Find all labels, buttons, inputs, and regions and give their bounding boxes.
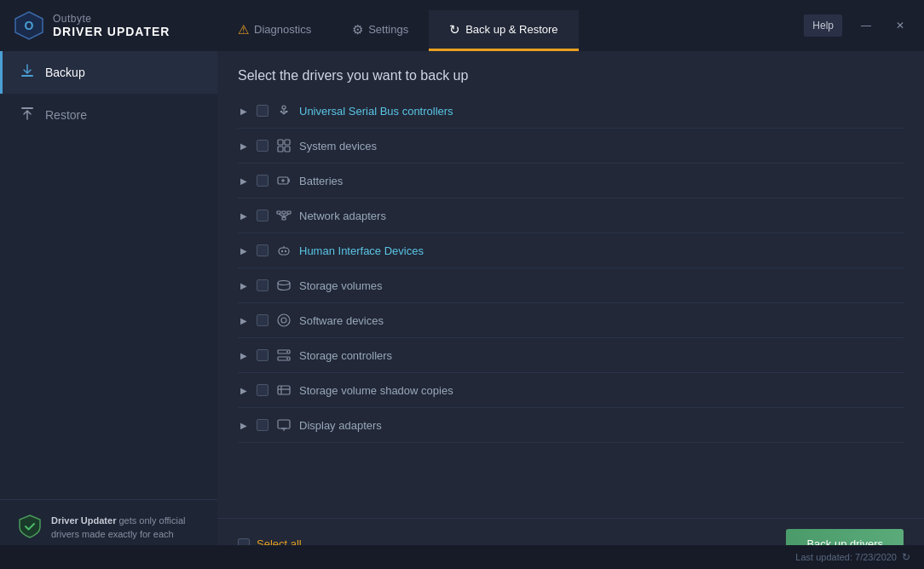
- chevron-icon[interactable]: ▶: [238, 384, 250, 396]
- driver-list[interactable]: ▶ Universal Serial Bus controllers ▶ Sys…: [217, 94, 924, 518]
- storage-ctrl-icon: [275, 347, 292, 364]
- shield-icon: [17, 514, 43, 539]
- driver-item-usb[interactable]: ▶ Universal Serial Bus controllers: [238, 94, 904, 129]
- chevron-icon[interactable]: ▶: [238, 349, 250, 361]
- item-checkbox[interactable]: [257, 349, 269, 361]
- driver-item-batteries[interactable]: ▶ Batteries: [238, 164, 904, 198]
- svg-rect-20: [282, 211, 286, 214]
- item-checkbox[interactable]: [257, 244, 269, 256]
- chevron-icon[interactable]: ▶: [238, 279, 250, 291]
- driver-item-system[interactable]: ▶ System devices: [238, 129, 904, 164]
- item-checkbox[interactable]: [257, 175, 269, 187]
- item-checkbox[interactable]: [257, 384, 269, 396]
- window-controls: Help — ✕: [804, 12, 924, 39]
- status-bar: Last updated: 7/23/2020 ↻: [0, 545, 924, 569]
- tab-settings-label: Settings: [368, 23, 408, 36]
- svg-rect-3: [21, 107, 33, 109]
- item-checkbox[interactable]: [257, 314, 269, 326]
- svg-line-24: [279, 214, 284, 217]
- svg-rect-9: [286, 111, 288, 112]
- svg-rect-21: [287, 211, 291, 214]
- driver-item-software[interactable]: ▶ Software devices: [238, 303, 904, 338]
- item-label: Storage volumes: [299, 279, 383, 292]
- tab-settings[interactable]: ⚙ Settings: [332, 10, 429, 51]
- backup-sidebar-icon: [20, 63, 35, 82]
- driver-item-storage-vol[interactable]: ▶ Storage volumes: [238, 268, 904, 303]
- chevron-icon[interactable]: ▶: [238, 244, 250, 256]
- help-button[interactable]: Help: [804, 14, 842, 37]
- item-checkbox[interactable]: [257, 210, 269, 221]
- minimize-button[interactable]: —: [849, 12, 883, 39]
- item-label: Storage volume shadow copies: [299, 384, 453, 397]
- svg-rect-10: [278, 140, 283, 145]
- software-icon: [275, 312, 292, 329]
- content-area: Select the drivers you want to back up ▶…: [217, 51, 924, 569]
- svg-rect-2: [21, 75, 33, 77]
- title-bar: O Outbyte DRIVER UPDATER ⚠ Diagnostics ⚙…: [0, 0, 924, 51]
- content-title: Select the drivers you want to back up: [238, 68, 904, 83]
- svg-point-32: [281, 318, 286, 323]
- sidebar-item-restore[interactable]: Restore: [0, 94, 217, 136]
- storage-vol-icon: [275, 277, 292, 294]
- driver-item-hid[interactable]: ▶ Human Interface Devices: [238, 233, 904, 268]
- nav-tabs: ⚠ Diagnostics ⚙ Settings ↻ Back up & Res…: [217, 0, 804, 51]
- svg-point-35: [286, 351, 288, 353]
- app-logo-icon: O: [14, 10, 44, 41]
- svg-point-27: [281, 250, 283, 252]
- backup-restore-icon: ↻: [449, 22, 460, 37]
- settings-icon: ⚙: [352, 22, 363, 37]
- svg-rect-19: [277, 211, 280, 214]
- driver-item-shadow[interactable]: ▶ Storage volume shadow copies: [238, 373, 904, 408]
- app-name-top: Outbyte: [53, 13, 170, 25]
- driver-item-display[interactable]: ▶ Display adapters: [238, 408, 904, 443]
- svg-point-8: [280, 111, 282, 112]
- item-label: System devices: [299, 140, 377, 152]
- item-checkbox[interactable]: [257, 419, 269, 431]
- item-label: Software devices: [299, 314, 384, 327]
- svg-point-31: [278, 314, 290, 326]
- app-logo: O Outbyte DRIVER UPDATER: [0, 0, 217, 51]
- hid-icon: [275, 242, 292, 259]
- chevron-icon[interactable]: ▶: [238, 419, 250, 431]
- chevron-icon[interactable]: ▶: [238, 210, 250, 221]
- item-label: Storage controllers: [299, 349, 392, 362]
- close-button[interactable]: ✕: [883, 12, 917, 39]
- svg-point-4: [282, 106, 286, 109]
- app-name: Outbyte DRIVER UPDATER: [53, 13, 170, 38]
- refresh-icon: ↻: [902, 551, 910, 563]
- tab-backup-restore-label: Back up & Restore: [465, 23, 557, 36]
- tab-diagnostics-label: Diagnostics: [254, 23, 311, 36]
- chevron-icon[interactable]: ▶: [238, 105, 250, 117]
- svg-rect-12: [278, 147, 283, 152]
- item-label: Universal Serial Bus controllers: [299, 105, 453, 118]
- tab-diagnostics[interactable]: ⚠ Diagnostics: [217, 10, 332, 51]
- sidebar: Backup Restore Driver Updater gets only …: [0, 51, 217, 569]
- network-icon: [275, 207, 292, 224]
- svg-rect-13: [285, 147, 290, 152]
- svg-point-36: [286, 358, 288, 359]
- item-checkbox[interactable]: [257, 105, 269, 117]
- item-checkbox[interactable]: [257, 279, 269, 291]
- status-text: Last updated: 7/23/2020: [795, 552, 897, 562]
- svg-rect-11: [285, 140, 290, 145]
- driver-item-storage-ctrl[interactable]: ▶ Storage controllers: [238, 338, 904, 373]
- system-icon: [275, 137, 292, 154]
- app-name-bottom: DRIVER UPDATER: [53, 25, 170, 38]
- svg-rect-26: [279, 248, 289, 255]
- display-icon: [275, 417, 292, 434]
- svg-rect-22: [282, 217, 286, 220]
- svg-point-28: [285, 250, 286, 252]
- chevron-icon[interactable]: ▶: [238, 175, 250, 187]
- content-header: Select the drivers you want to back up: [217, 51, 924, 94]
- item-checkbox[interactable]: [257, 140, 269, 152]
- item-label: Network adapters: [299, 210, 386, 222]
- item-label: Human Interface Devices: [299, 244, 424, 257]
- shadow-icon: [275, 382, 292, 399]
- chevron-icon[interactable]: ▶: [238, 140, 250, 152]
- usb-icon: [275, 102, 292, 119]
- tab-backup-restore[interactable]: ↻ Back up & Restore: [429, 10, 578, 51]
- item-label: Batteries: [299, 175, 343, 187]
- chevron-icon[interactable]: ▶: [238, 314, 250, 326]
- driver-item-network[interactable]: ▶ Network adapters: [238, 198, 904, 233]
- sidebar-item-backup[interactable]: Backup: [0, 51, 217, 94]
